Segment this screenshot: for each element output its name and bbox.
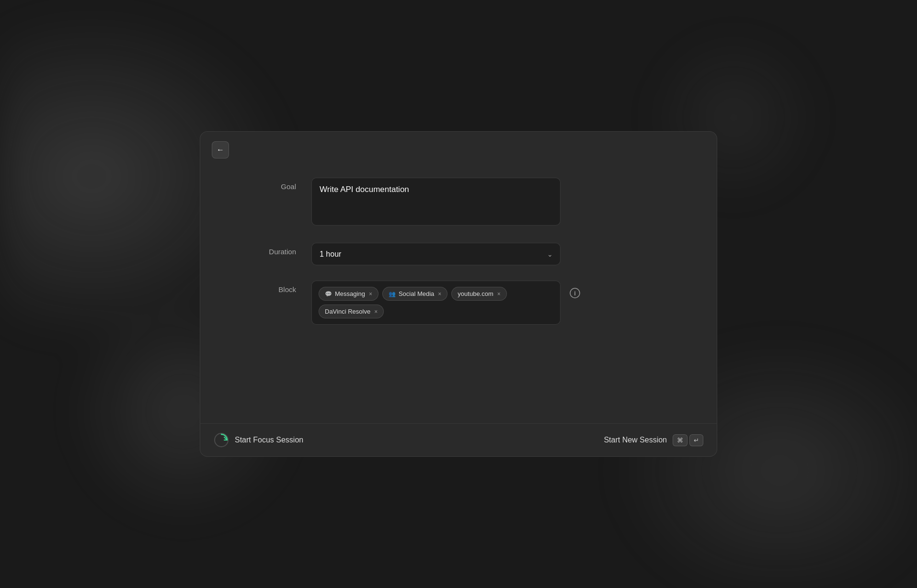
- keyboard-shortcut-group: ⌘ ↵: [673, 434, 703, 446]
- tag-davinci-label: DaVinci Resolve: [325, 308, 370, 315]
- modal-container: ← Goal Duration 30 minutes 1 hour 1.5 ho…: [200, 131, 717, 457]
- tag-youtube: youtube.com ×: [451, 287, 506, 301]
- modal-content: Goal Duration 30 minutes 1 hour 1.5 hour…: [200, 158, 717, 423]
- block-tags-container: 💬 Messaging × 👥 Social Media × youtube.c…: [311, 281, 561, 325]
- tag-davinci: DaVinci Resolve ×: [319, 305, 384, 318]
- modal-footer: Start Focus Session Start New Session ⌘ …: [200, 423, 717, 456]
- tag-social-media: 👥 Social Media ×: [382, 287, 447, 301]
- goal-label: Goal: [239, 178, 296, 191]
- tag-social-media-label: Social Media: [399, 290, 434, 297]
- start-focus-label: Start Focus Session: [235, 436, 303, 444]
- social-media-icon: 👥: [389, 291, 396, 297]
- tag-messaging-close[interactable]: ×: [369, 291, 372, 297]
- duration-label: Duration: [239, 243, 296, 256]
- tag-davinci-close[interactable]: ×: [374, 309, 378, 315]
- footer-right: Start New Session ⌘ ↵: [604, 434, 703, 446]
- goal-row: Goal: [239, 178, 678, 227]
- footer-left: Start Focus Session: [214, 432, 303, 448]
- svg-text:i: i: [574, 290, 576, 297]
- cmd-key: ⌘: [673, 434, 688, 446]
- tag-youtube-close[interactable]: ×: [497, 291, 501, 297]
- block-area-wrapper: 💬 Messaging × 👥 Social Media × youtube.c…: [311, 281, 584, 325]
- block-label: Block: [239, 281, 296, 294]
- modal-header: ←: [200, 132, 717, 158]
- enter-key: ↵: [689, 434, 703, 446]
- info-icon-button[interactable]: i: [566, 284, 584, 302]
- info-icon: i: [570, 288, 580, 298]
- duration-select-wrapper: 30 minutes 1 hour 1.5 hours 2 hours 3 ho…: [311, 243, 561, 265]
- tag-messaging: 💬 Messaging ×: [319, 287, 378, 301]
- messaging-icon: 💬: [325, 291, 332, 297]
- duration-row: Duration 30 minutes 1 hour 1.5 hours 2 h…: [239, 243, 678, 265]
- duration-select[interactable]: 30 minutes 1 hour 1.5 hours 2 hours 3 ho…: [311, 243, 561, 265]
- tag-youtube-label: youtube.com: [458, 290, 493, 297]
- tag-messaging-label: Messaging: [335, 290, 365, 297]
- goal-input-wrapper: [311, 178, 561, 227]
- back-arrow-icon: ←: [217, 146, 224, 154]
- tag-social-media-close[interactable]: ×: [438, 291, 441, 297]
- goal-textarea[interactable]: [311, 178, 561, 226]
- block-row: Block 💬 Messaging × 👥 Social Media × you: [239, 281, 678, 325]
- focus-session-icon: [214, 432, 229, 448]
- back-button[interactable]: ←: [212, 141, 229, 158]
- start-new-session-label: Start New Session: [604, 436, 667, 444]
